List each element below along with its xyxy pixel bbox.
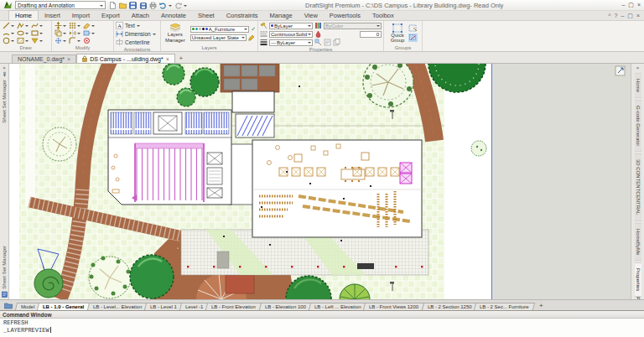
quick-group-button[interactable]: Quick Group xyxy=(388,22,408,44)
transparency-icon[interactable] xyxy=(314,30,322,38)
tab-insert[interactable]: Insert xyxy=(39,11,66,20)
active-layer-dropdown[interactable]: A_Furniture xyxy=(190,26,249,33)
line-color-dropdown[interactable]: ByLayer xyxy=(269,23,313,29)
undo-history-chevron-icon[interactable] xyxy=(169,5,172,8)
move-tool[interactable] xyxy=(54,22,67,29)
panel-tab-gcode[interactable]: G-code Generator xyxy=(635,100,641,152)
sheet-tab-level1[interactable]: LB - Level 1 xyxy=(144,303,183,310)
print-button[interactable] xyxy=(148,1,157,9)
tab-export[interactable]: Export xyxy=(96,11,126,20)
panel-tab-homebyme[interactable]: HomeByMe xyxy=(635,223,641,261)
ellipse-tool[interactable] xyxy=(16,29,29,37)
sheet-tab-left-elevation[interactable]: LB - Left ... Elevation xyxy=(308,303,366,310)
command-window[interactable]: Command Window REFRESH _LAYERPREVIEW xyxy=(0,310,644,337)
close-icon[interactable]: × xyxy=(67,56,70,62)
command-history[interactable]: REFRESH _LAYERPREVIEW xyxy=(0,319,644,337)
tab-manage[interactable]: Manage xyxy=(264,11,299,20)
tab-attach[interactable]: Attach xyxy=(126,11,155,20)
command-window-title[interactable]: Command Window xyxy=(0,311,644,319)
close-icon[interactable]: × xyxy=(166,56,169,62)
flashlight-icon[interactable] xyxy=(260,22,267,29)
transparency-value-field[interactable]: 0 xyxy=(360,31,382,38)
close-button[interactable]: × xyxy=(637,2,641,8)
panel-tab-home[interactable]: Home xyxy=(635,73,641,98)
panel-close-icon[interactable]: × xyxy=(3,65,6,71)
group-label-groups: Groups xyxy=(386,44,420,51)
command-prompt[interactable]: _LAYERPREVIEW xyxy=(3,327,641,334)
redo-history-chevron-icon[interactable] xyxy=(184,5,187,8)
spline-tool[interactable] xyxy=(30,22,44,29)
tab-toolbox[interactable]: Toolbox xyxy=(366,11,400,20)
sheet-tab-front-views[interactable]: LB - Front Views 1200 xyxy=(363,303,425,310)
group-edit-icon[interactable] xyxy=(408,24,418,33)
tab-powertools[interactable]: Powertools xyxy=(324,11,366,20)
rectangle-tool[interactable] xyxy=(30,29,44,37)
centerline-tool[interactable]: Centerline xyxy=(116,39,158,46)
doc-tab-campus[interactable]: DS Campus - ...uilding.dwg* × xyxy=(76,54,175,63)
wipeout-tool[interactable] xyxy=(30,37,44,44)
sheet-tab-level-elevation[interactable]: LB - Level... Elevation xyxy=(87,303,148,310)
maximize-button[interactable]: ▢ xyxy=(628,2,634,8)
copy-tool[interactable] xyxy=(54,29,67,37)
fillet-tool[interactable] xyxy=(68,37,81,44)
mirror-tool[interactable] xyxy=(68,29,81,37)
dimension-tool[interactable]: Dimension xyxy=(116,30,158,38)
sheet-tab-general[interactable]: LB - 1.0 - General xyxy=(37,303,91,310)
stretch-tool[interactable] xyxy=(82,29,96,37)
copy-properties-icon[interactable] xyxy=(333,39,340,46)
drawing-canvas[interactable] xyxy=(9,64,631,299)
text-tool[interactable]: AText xyxy=(116,22,158,29)
panel-tab-properties[interactable]: Properties xyxy=(635,262,641,297)
panel-tab-3dcontentcentral[interactable]: 3D CONTENTCENTRAL xyxy=(635,153,641,220)
entity-snap-target[interactable] xyxy=(82,37,96,44)
tab-home[interactable]: Home xyxy=(8,10,39,20)
doc-tab-noname[interactable]: NONAME_0.dwg* × xyxy=(12,54,76,63)
save-all-button[interactable] xyxy=(138,1,147,9)
lineweight-dropdown[interactable]: —ByLayer xyxy=(269,39,313,46)
arc-tool[interactable] xyxy=(2,29,15,37)
new-doc-tab-button[interactable]: + xyxy=(175,54,187,63)
minimize-button[interactable]: – xyxy=(621,2,625,8)
app-minimize-button[interactable]: – xyxy=(621,13,624,19)
layer-edit-icon[interactable] xyxy=(248,34,256,41)
tab-annotate[interactable]: Annotate xyxy=(155,11,192,20)
pattern-tool[interactable] xyxy=(68,22,81,29)
circle-tool[interactable] xyxy=(2,37,15,44)
tab-constraints[interactable]: Constraints xyxy=(221,11,264,20)
line-tool[interactable] xyxy=(2,22,15,29)
workspace-selector[interactable]: Drafting and Annotation xyxy=(15,1,106,9)
help-button[interactable]: ? xyxy=(614,13,617,19)
open-file-button[interactable] xyxy=(118,1,127,9)
ungroup-icon[interactable] xyxy=(408,34,418,42)
new-file-button[interactable] xyxy=(108,1,117,9)
center-mark-tool[interactable] xyxy=(54,37,67,44)
left-panel-bottom-tab[interactable]: Sheet Set Manager xyxy=(2,246,7,289)
redo-button[interactable] xyxy=(174,1,182,9)
polyline-tool[interactable] xyxy=(16,22,29,29)
sheet-tab-front-elevation[interactable]: LB - Front Elevation xyxy=(205,303,262,310)
layer-ok-button[interactable]: ✓ xyxy=(251,26,256,33)
sheet-tab-section-1250[interactable]: LB - 2 Section 1250 xyxy=(421,303,477,310)
tab-sheet[interactable]: Sheet xyxy=(192,11,221,20)
sheet-tab-furniture[interactable]: LB - 2 Sec... Furniture xyxy=(474,303,535,310)
properties-panel-icon[interactable] xyxy=(324,39,331,46)
sheet-list-button[interactable] xyxy=(3,301,13,310)
erase-tool[interactable] xyxy=(82,22,96,29)
viewport-restore-icon[interactable] xyxy=(615,66,625,75)
linestyle-dropdown[interactable]: ContinuousSolid xyxy=(269,31,313,38)
tab-view[interactable]: View xyxy=(299,11,324,20)
app-restore-button[interactable]: ▢ xyxy=(627,13,633,19)
ribbon-collapse-button[interactable]: ^ xyxy=(608,13,610,19)
match-properties-icon[interactable] xyxy=(314,39,322,46)
pin-icon[interactable] xyxy=(2,71,8,77)
save-button[interactable] xyxy=(128,1,137,9)
sheet-tab-elevation-100[interactable]: LB - Elevation 100 xyxy=(258,303,311,310)
panel-close-icon[interactable]: × xyxy=(636,65,640,71)
undo-button[interactable] xyxy=(158,1,167,9)
layers-manager-button[interactable]: Layers Manager xyxy=(163,22,188,44)
tab-import[interactable]: Import xyxy=(66,11,96,20)
app-close-button[interactable]: × xyxy=(636,13,640,19)
sheet-tab-label: Model xyxy=(21,304,34,309)
layer-state-dropdown[interactable]: Unsaved Layer State xyxy=(190,34,247,41)
hatch-tool[interactable] xyxy=(16,37,29,44)
